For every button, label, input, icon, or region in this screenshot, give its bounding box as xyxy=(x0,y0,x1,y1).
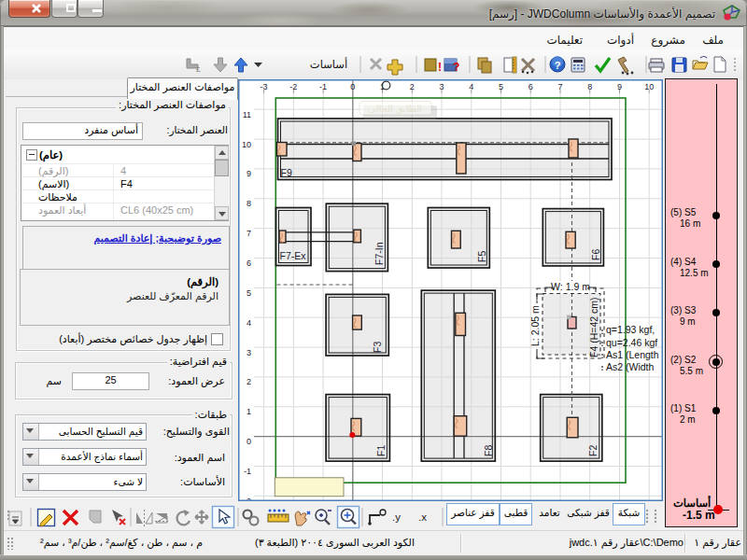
svg-text:F2: F2 xyxy=(587,445,599,456)
svg-text:8: 8 xyxy=(587,82,592,91)
svg-text:9: 9 xyxy=(247,169,251,178)
svg-text:-1: -1 xyxy=(319,82,327,91)
svg-text:-2: -2 xyxy=(289,82,297,91)
svg-text:10: 10 xyxy=(242,140,251,149)
svg-text:2: 2 xyxy=(410,82,415,91)
svg-text:الطابق الحالي: الطابق الحالي xyxy=(368,104,422,115)
svg-text:5: 5 xyxy=(247,288,251,298)
svg-text:-3: -3 xyxy=(261,82,268,91)
svg-text:£: £ xyxy=(196,65,201,74)
svg-text:F8: F8 xyxy=(483,445,494,456)
svg-text:As2 (Width: As2 (Width xyxy=(606,361,655,372)
svg-text:?: ? xyxy=(555,60,561,71)
svg-text:3: 3 xyxy=(439,82,444,91)
svg-text:L: 2.05 m: L: 2.05 m xyxy=(529,305,541,346)
svg-text:6: 6 xyxy=(247,259,251,268)
svg-text:qu=2.46 kgf: qu=2.46 kgf xyxy=(606,337,657,348)
svg-text:3: 3 xyxy=(247,348,251,357)
svg-text:F9: F9 xyxy=(281,167,292,178)
svg-text:0: 0 xyxy=(350,82,355,91)
svg-text:7: 7 xyxy=(557,82,562,91)
svg-text:?: ? xyxy=(453,61,459,74)
svg-text:1: 1 xyxy=(247,407,251,416)
svg-text:2: 2 xyxy=(247,377,251,386)
svg-text:!: ! xyxy=(438,61,442,74)
svg-text:W: 1.9 m: W: 1.9 m xyxy=(551,281,590,292)
svg-text:As1 (Length: As1 (Length xyxy=(606,349,659,360)
svg-text:4: 4 xyxy=(247,318,251,328)
svg-text:10: 10 xyxy=(644,82,654,91)
svg-text:q=1.93 kgf,: q=1.93 kgf, xyxy=(606,324,655,335)
svg-text:6: 6 xyxy=(529,82,533,91)
svg-text:0: 0 xyxy=(247,437,251,446)
svg-text:F1: F1 xyxy=(375,445,387,456)
svg-text:5: 5 xyxy=(499,82,503,91)
svg-text:F7-In: F7-In xyxy=(374,242,385,265)
svg-text:F5: F5 xyxy=(476,251,487,262)
svg-text:.x: .x xyxy=(418,511,427,523)
svg-text:F6: F6 xyxy=(590,249,601,260)
svg-text:F3: F3 xyxy=(372,342,383,353)
svg-text:7: 7 xyxy=(247,229,251,238)
svg-text:أساسات: أساسات xyxy=(310,57,347,70)
svg-text:4: 4 xyxy=(469,82,473,91)
svg-text:.y: .y xyxy=(392,511,401,523)
svg-text:11: 11 xyxy=(243,110,251,119)
svg-text:-1: -1 xyxy=(244,467,251,476)
svg-text:F7-Ex: F7-Ex xyxy=(280,250,307,261)
svg-text:9: 9 xyxy=(617,82,622,91)
svg-text:F4 (H=42 cm): F4 (H=42 cm) xyxy=(588,298,599,357)
svg-text:8: 8 xyxy=(247,199,251,208)
